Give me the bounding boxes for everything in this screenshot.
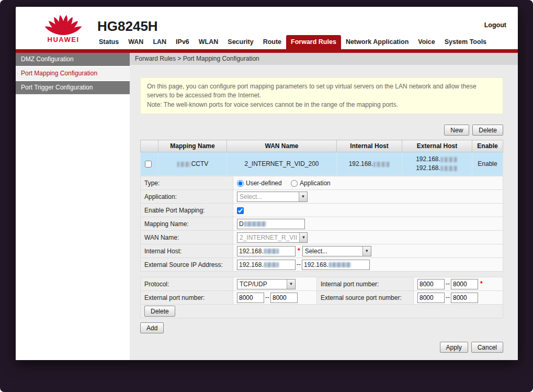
sidebar-item-port-mapping-configuration[interactable]: Port Mapping Configuration	[16, 67, 130, 80]
application-select[interactable]: Select... ▼	[237, 192, 308, 202]
info-line-1: On this page, you can configure port map…	[147, 82, 496, 100]
form-row-external-source-ip: External Source IP Address: 192.168. -- …	[141, 258, 503, 272]
chevron-down-icon: ▼	[362, 247, 371, 256]
external-source-port-from-input[interactable]	[417, 293, 445, 303]
internal-host-input[interactable]: 192.168.	[237, 246, 296, 256]
form-row-type: Type: User-defined Application	[141, 176, 503, 190]
table-header-row: Mapping Name WAN Name Internal Host Exte…	[141, 140, 503, 152]
internal-port-to-input[interactable]	[451, 279, 478, 289]
row-select-cell	[141, 152, 158, 176]
port-numbers-table: Protocol: TCP/UDP ▼ Internal port number…	[140, 277, 503, 318]
range-separator: --	[265, 294, 269, 301]
header: HUAWEI HG8245H Logout Status WAN LAN IPv…	[16, 7, 518, 49]
nav-tab-wlan[interactable]: WLAN	[194, 35, 223, 49]
external-port-to-input[interactable]	[270, 293, 298, 303]
chevron-down-icon: ▼	[287, 279, 295, 289]
application-radio-option[interactable]: Application	[291, 180, 331, 187]
internal-host-select[interactable]: Select... ▼	[302, 246, 371, 256]
brand-name: HUAWEI	[35, 36, 92, 43]
cancel-button[interactable]: Cancel	[471, 342, 503, 353]
application-select-value: Select...	[240, 193, 262, 200]
range-separator: --	[297, 261, 301, 268]
form-row-wan-name: WAN Name: 2_INTERNET_R_VII ▼	[141, 231, 503, 244]
application-label: Application:	[141, 190, 233, 204]
external-ip-from-prefix: 192.168.	[239, 261, 264, 268]
nav-tab-voice[interactable]: Voice	[413, 35, 439, 49]
form-row-internal-host: Internal Host: 192.168. * Select... ▼	[141, 244, 503, 258]
radio-application[interactable]	[291, 180, 298, 187]
sidebar: DMZ Configuration Port Mapping Configura…	[16, 53, 130, 360]
radio-user-defined[interactable]	[237, 180, 244, 187]
device-model-title: HG8245H	[97, 18, 158, 35]
mapping-name-input[interactable]: D	[237, 219, 305, 229]
nav-tab-forward-rules[interactable]: Forward Rules	[286, 35, 341, 49]
nav-tab-system-tools[interactable]: System Tools	[440, 35, 491, 49]
mapping-name-label: Mapping Name:	[141, 217, 233, 231]
breadcrumb: Forward Rules > Port Mapping Configurati…	[130, 53, 518, 65]
internal-host-prefix: 192.168.	[349, 160, 373, 167]
redacted-text	[264, 249, 279, 254]
internal-port-from-input[interactable]	[417, 279, 445, 289]
content-area: On this page, you can configure port map…	[130, 65, 518, 360]
nav-tab-route[interactable]: Route	[258, 35, 286, 49]
external-source-ip-from-input[interactable]: 192.168.	[237, 260, 296, 270]
mapping-form: Type: User-defined Application	[140, 176, 503, 272]
external-port-cell: --	[233, 291, 317, 305]
internal-port-label: Internal port number:	[317, 277, 414, 291]
info-box: On this page, you can configure port map…	[140, 77, 503, 114]
huawei-flower-icon	[42, 12, 84, 35]
port-delete-cell: Delete	[141, 305, 503, 318]
cell-mapping-name: CCTV	[158, 152, 227, 176]
chevron-down-icon: ▼	[299, 192, 307, 201]
nav-tab-network-application[interactable]: Network Application	[341, 35, 413, 49]
nav-tab-status[interactable]: Status	[94, 35, 123, 49]
nav-tab-lan[interactable]: LAN	[148, 35, 171, 49]
cell-internal-host: 192.168.	[337, 152, 402, 176]
redacted-text	[177, 162, 191, 167]
mapping-name-visible: CCTV	[191, 160, 209, 167]
form-row-enable-port-mapping: Enable Port Mapping:	[141, 204, 503, 217]
cell-external-host: 192.168. 192.168.	[402, 152, 472, 176]
user-defined-radio-option[interactable]: User-defined	[237, 180, 283, 187]
wan-name-select-value: 2_INTERNET_R_VII	[240, 234, 297, 241]
apply-button[interactable]: Apply	[440, 342, 468, 353]
redacted-text	[244, 221, 266, 227]
range-separator: --	[446, 280, 450, 287]
row-select-checkbox[interactable]	[145, 161, 152, 167]
new-button[interactable]: New	[444, 125, 469, 136]
protocol-cell: TCP/UDP ▼	[233, 277, 317, 291]
protocol-select[interactable]: TCP/UDP ▼	[237, 279, 296, 289]
logout-button[interactable]: Logout	[484, 21, 506, 29]
nav-tab-ipv6[interactable]: IPv6	[171, 35, 194, 49]
nav-tab-wan[interactable]: WAN	[123, 35, 148, 49]
enable-port-mapping-cell	[233, 204, 503, 217]
table-toolbar: New Delete	[140, 125, 503, 136]
accent-stripe	[16, 49, 518, 53]
huawei-logo: HUAWEI	[35, 12, 92, 43]
nav-tab-security[interactable]: Security	[223, 35, 258, 49]
mapping-name-prefix: D	[239, 220, 244, 228]
wan-name-cell: 2_INTERNET_R_VII ▼	[233, 231, 503, 244]
external-source-port-to-input[interactable]	[451, 293, 478, 303]
port-delete-button[interactable]: Delete	[144, 306, 175, 317]
delete-button[interactable]: Delete	[472, 125, 503, 136]
external-source-ip-to-input[interactable]: 192.168.	[302, 260, 370, 270]
external-source-ip-label: External Source IP Address:	[141, 258, 233, 272]
cell-wan-name: 2_INTERNET_R_VID_200	[227, 152, 337, 176]
sidebar-item-port-trigger-configuration[interactable]: Port Trigger Configuration	[16, 81, 130, 94]
internal-host-label: Internal Host:	[141, 244, 233, 258]
wan-name-select[interactable]: 2_INTERNET_R_VII ▼	[237, 232, 308, 243]
header-enable: Enable	[472, 140, 503, 152]
top-navigation: Status WAN LAN IPv6 WLAN Security Route …	[94, 35, 516, 49]
external-port-from-input[interactable]	[237, 293, 264, 303]
internal-host-select-value: Select...	[305, 248, 327, 255]
sidebar-item-dmz-configuration[interactable]: DMZ Configuration	[16, 53, 130, 66]
enable-port-mapping-checkbox[interactable]	[237, 207, 244, 214]
port-mapping-row[interactable]: CCTV 2_INTERNET_R_VID_200 192.168. 192.1…	[141, 152, 503, 176]
desktop-background: HUAWEI HG8245H Logout Status WAN LAN IPv…	[0, 0, 533, 392]
form-row-application: Application: Select... ▼	[141, 190, 503, 204]
type-label: Type:	[141, 176, 233, 190]
redacted-text	[264, 262, 279, 267]
add-button[interactable]: Add	[140, 322, 164, 333]
footer-actions: Apply Cancel	[140, 342, 503, 353]
